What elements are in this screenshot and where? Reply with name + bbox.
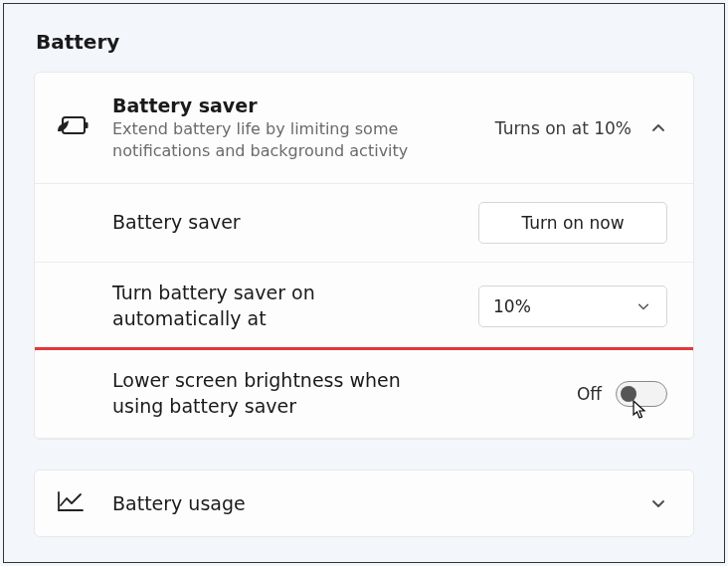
battery-saver-sub-label: Battery saver <box>112 210 411 236</box>
turn-on-now-button[interactable]: Turn on now <box>478 202 667 244</box>
chart-icon <box>57 490 85 516</box>
battery-usage-row[interactable]: Battery usage <box>34 470 694 537</box>
page-title: Battery <box>36 30 694 54</box>
chevron-down-icon <box>649 494 667 512</box>
brightness-toggle[interactable] <box>616 381 667 407</box>
chevron-down-icon <box>635 297 652 315</box>
battery-saver-title: Battery saver <box>112 94 475 116</box>
auto-on-value: 10% <box>493 296 531 316</box>
auto-on-select[interactable]: 10% <box>478 285 667 327</box>
battery-leaf-icon <box>57 114 91 142</box>
battery-saver-header-row[interactable]: Battery saver Extend battery life by lim… <box>35 73 693 184</box>
brightness-label: Lower screen brightness when using batte… <box>112 368 411 419</box>
battery-saver-desc: Extend battery life by limiting some not… <box>112 118 431 161</box>
chevron-up-icon <box>649 119 667 137</box>
battery-saver-toggle-row: Battery saver Turn on now <box>35 184 693 263</box>
auto-on-row: Turn battery saver on automatically at 1… <box>35 263 693 350</box>
battery-usage-title: Battery usage <box>112 492 649 514</box>
battery-saver-status: Turns on at 10% <box>495 118 632 138</box>
battery-saver-card: Battery saver Extend battery life by lim… <box>34 72 694 440</box>
brightness-toggle-state: Off <box>577 384 602 404</box>
auto-on-label: Turn battery saver on automatically at <box>112 281 411 331</box>
svg-rect-1 <box>86 122 89 128</box>
brightness-row: Lower screen brightness when using batte… <box>35 350 693 438</box>
